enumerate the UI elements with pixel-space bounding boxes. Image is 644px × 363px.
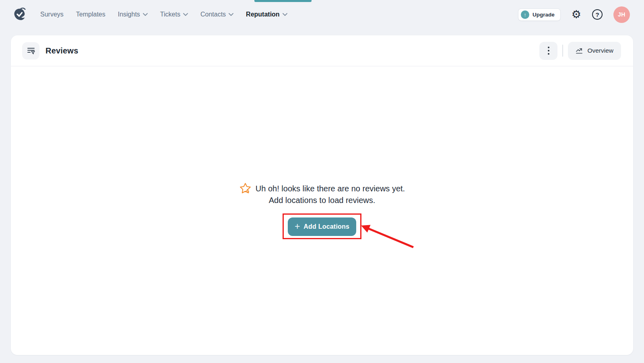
chevron-down-icon <box>183 13 188 16</box>
star-alert-icon <box>239 182 252 195</box>
nav-label: Tickets <box>160 11 180 18</box>
nav-item-insights[interactable]: Insights <box>118 11 148 18</box>
empty-state: Uh oh! looks like there are no reviews y… <box>11 182 633 236</box>
chevron-down-icon <box>283 13 287 16</box>
nav-item-reputation[interactable]: Reputation <box>246 11 287 18</box>
settings-gear-icon[interactable]: ⚙ <box>572 9 581 20</box>
nav-item-surveys[interactable]: Surveys <box>40 11 64 18</box>
nav-label: Insights <box>118 11 140 18</box>
header-actions: Overview <box>539 42 621 60</box>
nav-item-tickets[interactable]: Tickets <box>160 11 188 18</box>
nav-label: Reputation <box>246 11 280 18</box>
nav-label: Templates <box>76 11 105 18</box>
empty-state-line2: Add locations to load reviews. <box>269 195 376 206</box>
user-avatar[interactable]: JH <box>613 6 630 23</box>
nav-label: Surveys <box>40 11 64 18</box>
add-locations-button[interactable]: + Add Locations <box>288 217 356 236</box>
header-divider <box>562 45 563 57</box>
primary-nav: Surveys Templates Insights Tickets Conta… <box>40 0 287 29</box>
filter-list-icon <box>27 46 35 55</box>
overview-label: Overview <box>587 47 613 54</box>
nav-item-contacts[interactable]: Contacts <box>200 11 233 18</box>
trend-chart-icon <box>576 47 583 54</box>
app-screen: Surveys Templates Insights Tickets Conta… <box>0 0 644 363</box>
nav-label: Contacts <box>200 11 226 18</box>
reviews-header: Reviews Overview <box>11 35 633 66</box>
help-icon[interactable]: ? <box>592 9 603 20</box>
topbar-right-controls: ↑ Upgrade ⚙ ? JH <box>518 0 630 29</box>
chevron-down-icon <box>143 13 148 16</box>
upgrade-button[interactable]: ↑ Upgrade <box>518 8 561 21</box>
add-locations-label: Add Locations <box>303 223 349 230</box>
upgrade-arrow-icon: ↑ <box>521 10 529 19</box>
plus-icon: + <box>295 222 300 231</box>
filter-list-button[interactable] <box>22 42 39 59</box>
overview-button[interactable]: Overview <box>568 42 621 60</box>
more-options-button[interactable] <box>539 42 557 60</box>
chevron-down-icon <box>229 13 233 16</box>
top-navigation-bar: Surveys Templates Insights Tickets Conta… <box>0 0 644 29</box>
reviews-panel: Reviews Overview <box>11 35 633 355</box>
kebab-menu-icon <box>548 47 549 48</box>
nav-item-templates[interactable]: Templates <box>76 11 105 18</box>
brand-logo-icon[interactable] <box>12 7 28 23</box>
page-title: Reviews <box>45 46 78 55</box>
upgrade-label: Upgrade <box>533 12 555 18</box>
empty-state-line1: Uh oh! looks like there are no reviews y… <box>256 183 405 195</box>
